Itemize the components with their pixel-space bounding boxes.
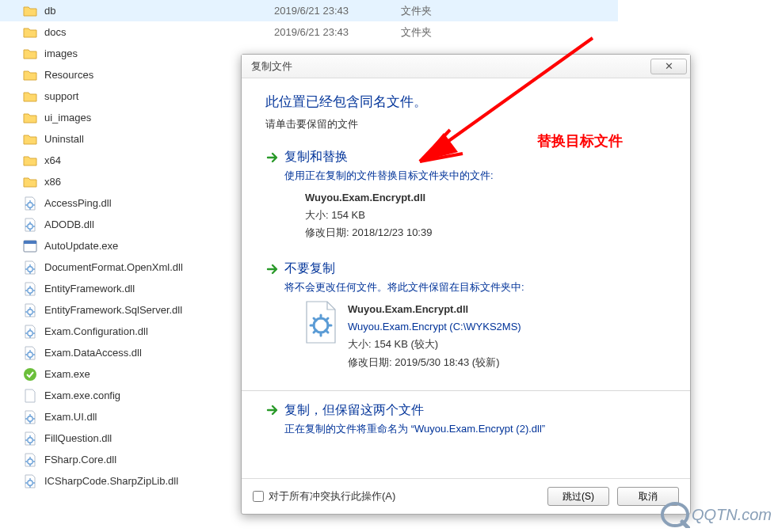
- skip-button[interactable]: 跳过(S): [547, 487, 609, 506]
- folder-icon: [22, 89, 38, 104]
- folder-icon: [22, 3, 38, 19]
- watermark-logo-icon: [660, 501, 690, 528]
- folder-icon: [22, 25, 38, 40]
- file-name: docs: [44, 26, 274, 38]
- dll-icon: [22, 217, 38, 233]
- option3-title: 复制，但保留这两个文件: [284, 402, 424, 419]
- option1-title: 复制和替换: [284, 149, 348, 165]
- dll-icon: [22, 281, 38, 297]
- exe-green-icon: [22, 367, 38, 382]
- file-name: images: [44, 48, 274, 59]
- file-name: db: [44, 5, 274, 17]
- file-name: x86: [44, 176, 274, 188]
- dll-icon: [22, 473, 38, 489]
- file-name: DocumentFormat.OpenXml.dll: [44, 261, 274, 273]
- file-type: 文件夹: [401, 4, 432, 18]
- option2-title: 不要复制: [284, 260, 335, 277]
- svg-rect-3: [24, 241, 36, 244]
- option2-location: Wuyou.Exam.Encrypt (C:\WYKS2MS): [348, 318, 666, 336]
- file-icon: [22, 388, 38, 404]
- dialog-footer: 对于所有冲突执行此操作(A) 跳过(S) 取消: [242, 478, 690, 514]
- option1-modified: 修改日期: 2018/12/23 10:39: [305, 224, 666, 241]
- file-name: EntityFramework.dll: [44, 283, 274, 294]
- dialog-body: 此位置已经包含同名文件。 请单击要保留的文件 复制和替换 使用正在复制的文件替换…: [242, 78, 690, 478]
- apply-all-checkbox[interactable]: [253, 491, 264, 502]
- option-dont-copy[interactable]: 不要复制 将不会更改任何文件。将此文件保留在目标文件夹中: Wuyou.Exam…: [265, 260, 666, 370]
- option1-desc: 使用正在复制的文件替换目标文件夹中的文件:: [284, 169, 666, 183]
- dll-icon: [22, 452, 38, 468]
- file-type: 文件夹: [401, 25, 432, 40]
- file-name: support: [44, 90, 274, 102]
- watermark: QQTN.com: [627, 497, 778, 532]
- arrow-right-icon: [265, 262, 280, 276]
- annotation-text: 替换目标文件: [537, 131, 623, 150]
- file-row[interactable]: docs2019/6/21 23:43文件夹: [0, 21, 618, 43]
- watermark-text: QQTN.com: [692, 506, 772, 524]
- file-name: x64: [44, 154, 274, 166]
- file-name: Uninstall: [44, 133, 274, 145]
- dll-icon: [22, 409, 38, 425]
- folder-icon: [22, 67, 38, 83]
- copy-file-dialog: 复制文件 ✕ 此位置已经包含同名文件。 请单击要保留的文件 复制和替换 使用正在…: [241, 54, 691, 515]
- dialog-title: 复制文件: [251, 59, 650, 74]
- option-copy-keep-both[interactable]: 复制，但保留这两个文件 正在复制的文件将重命名为 “Wuyou.Exam.Enc…: [265, 402, 666, 436]
- file-name: EntityFramework.SqlServer.dll: [44, 304, 274, 316]
- dll-icon: [22, 302, 38, 318]
- option2-modified: 修改日期: 2019/5/30 18:43 (较新): [348, 354, 666, 371]
- file-row[interactable]: db2019/6/21 23:43文件夹: [0, 0, 618, 21]
- file-date: 2019/6/21 23:43: [274, 5, 401, 17]
- apply-all-label: 对于所有冲突执行此操作(A): [269, 489, 395, 504]
- folder-icon: [22, 110, 38, 126]
- dll-icon: [22, 431, 38, 446]
- dialog-titlebar[interactable]: 复制文件 ✕: [242, 55, 690, 78]
- option1-file-name: Wuyou.Exam.Encrypt.dll: [305, 189, 666, 207]
- arrow-right-icon: [265, 150, 280, 165]
- file-name: AutoUpdate.exe: [44, 240, 274, 252]
- close-icon: ✕: [665, 60, 673, 72]
- option3-desc: 正在复制的文件将重命名为 “Wuyou.Exam.Encrypt (2).dll…: [284, 422, 666, 436]
- svg-point-9: [24, 368, 36, 381]
- file-date: 2019/6/21 23:43: [274, 26, 401, 38]
- file-name: Exam.exe: [44, 368, 274, 380]
- option2-size: 大小: 154 KB (较大): [348, 336, 666, 353]
- file-name: Exam.UI.dll: [44, 411, 274, 423]
- file-name: AccessPing.dll: [44, 197, 274, 209]
- dialog-headline: 此位置已经包含同名文件。: [265, 93, 666, 111]
- arrow-right-icon: [265, 403, 280, 417]
- separator: [242, 390, 690, 391]
- folder-icon: [22, 46, 38, 62]
- option-copy-replace[interactable]: 复制和替换 使用正在复制的文件替换目标文件夹中的文件: Wuyou.Exam.E…: [265, 149, 666, 241]
- file-name: ui_images: [44, 112, 274, 124]
- folder-icon: [22, 153, 38, 169]
- option1-size: 大小: 154 KB: [305, 207, 666, 224]
- option2-file-name: Wuyou.Exam.Encrypt.dll: [348, 301, 666, 318]
- file-name: Exam.exe.config: [44, 390, 274, 401]
- dll-icon: [22, 196, 38, 211]
- file-name: FSharp.Core.dll: [44, 454, 274, 466]
- apply-all-checkbox-label[interactable]: 对于所有冲突执行此操作(A): [253, 489, 540, 504]
- folder-icon: [22, 131, 38, 147]
- dll-icon: [22, 260, 38, 276]
- file-name: Exam.DataAccess.dll: [44, 347, 274, 359]
- dll-file-icon: [303, 300, 338, 344]
- file-name: Resources: [44, 69, 274, 81]
- dialog-subhead: 请单击要保留的文件: [265, 117, 666, 131]
- option2-desc: 将不会更改任何文件。将此文件保留在目标文件夹中:: [284, 280, 666, 294]
- close-button[interactable]: ✕: [650, 59, 687, 74]
- file-name: ADODB.dll: [44, 218, 274, 230]
- folder-icon: [22, 174, 38, 190]
- file-name: ICSharpCode.SharpZipLib.dll: [44, 475, 274, 487]
- exe-icon: [22, 238, 38, 254]
- dll-icon: [22, 324, 38, 340]
- file-name: FillQuestion.dll: [44, 432, 274, 444]
- file-name: Exam.Configuration.dll: [44, 325, 274, 337]
- dll-icon: [22, 345, 38, 361]
